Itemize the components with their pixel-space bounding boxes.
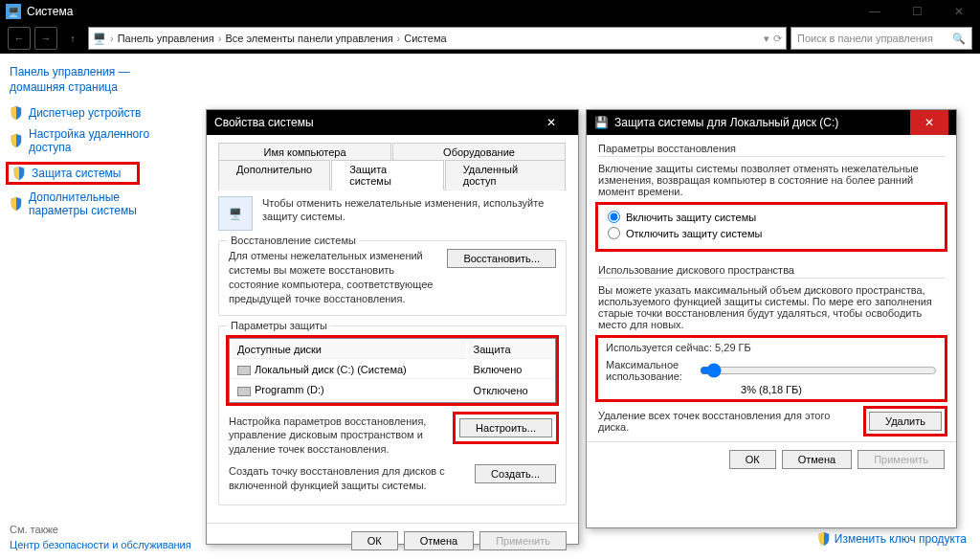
apply-button[interactable]: Применить xyxy=(858,450,945,469)
search-input[interactable]: Поиск в панели управления 🔍 xyxy=(791,27,972,50)
sidebar-item-remote-settings[interactable]: Настройка удаленного доступа xyxy=(10,127,182,154)
protection-settings-dialog: 💾 Защита системы для Локальный диск (C:)… xyxy=(586,109,957,528)
maximize-button[interactable]: ☐ xyxy=(896,0,938,23)
disk-name: Programm (D:) xyxy=(255,384,324,395)
restore-group-legend: Восстановление системы xyxy=(227,235,360,246)
see-also-link[interactable]: Центр безопасности и обслуживания xyxy=(10,539,191,550)
close-button[interactable]: ✕ xyxy=(532,110,570,135)
col-protection: Защита xyxy=(468,341,553,359)
cancel-button[interactable]: Отмена xyxy=(782,450,852,469)
slider-value-label: 3% (8,18 ГБ) xyxy=(606,384,937,395)
shield-icon xyxy=(10,197,23,211)
restore-button[interactable]: Восстановить... xyxy=(447,249,556,268)
protection-radio-group: Включить защиту системы Отключить защиту… xyxy=(598,205,945,249)
disk-icon xyxy=(237,366,251,375)
sidebar-home[interactable]: Панель управления — домашняя страница xyxy=(10,65,182,95)
configure-button[interactable]: Настроить... xyxy=(459,418,552,437)
minimize-button[interactable]: — xyxy=(854,0,896,23)
max-usage-slider[interactable] xyxy=(700,363,937,378)
disk-table: Доступные диски Защита Локальный диск (C… xyxy=(229,338,556,402)
breadcrumb-icon: 🖥️ xyxy=(93,33,106,45)
breadcrumb-item[interactable]: Система xyxy=(404,33,446,44)
sidebar-label: Диспетчер устройств xyxy=(29,106,141,120)
tab-advanced[interactable]: Дополнительно xyxy=(218,160,330,190)
address-bar: ← → ↑ 🖥️ › Панель управления › Все элеме… xyxy=(0,23,980,54)
refresh-icon[interactable]: ⟳ xyxy=(773,33,782,45)
ok-button[interactable]: ОК xyxy=(729,450,776,469)
close-button[interactable]: ✕ xyxy=(938,0,980,23)
disk-name: Локальный диск (C:) (Система) xyxy=(255,364,407,375)
window-titlebar: 🖥️ Система — ☐ ✕ xyxy=(0,0,980,23)
see-also: См. также Центр безопасности и обслужива… xyxy=(10,524,191,550)
protection-group-legend: Параметры защиты xyxy=(227,320,331,331)
radio-disable-protection[interactable]: Отключить защиту системы xyxy=(608,227,935,239)
sidebar: Панель управления — домашняя страница Ди… xyxy=(0,54,191,560)
disk-icon: 💾 xyxy=(594,116,609,129)
see-also-title: См. также xyxy=(10,524,58,535)
tabs: Имя компьютера Оборудование Дополнительн… xyxy=(218,143,567,190)
current-usage-label: Используется сейчас: xyxy=(606,342,712,353)
nav-up-button[interactable]: ↑ xyxy=(61,27,84,50)
system-icon: 🖥️ xyxy=(6,4,21,19)
dialog-footer: ОК Отмена Применить xyxy=(207,523,578,558)
shield-icon xyxy=(10,134,23,147)
nav-back-button[interactable]: ← xyxy=(8,27,31,50)
search-placeholder: Поиск в панели управления xyxy=(797,33,933,44)
sidebar-label: Дополнительные параметры системы xyxy=(29,190,182,217)
disk-status: Отключено xyxy=(468,381,553,399)
restore-desc: Включение защиты системы позволяет отмен… xyxy=(598,163,945,197)
cancel-button[interactable]: Отмена xyxy=(404,531,474,550)
sidebar-item-system-protection[interactable]: Защита системы xyxy=(12,167,133,180)
apply-button[interactable]: Применить xyxy=(479,531,567,550)
system-properties-dialog: Свойства системы ✕ Имя компьютера Оборуд… xyxy=(206,109,579,545)
dialog-footer: ОК Отмена Применить xyxy=(587,441,956,477)
restore-icon: 🖥️ xyxy=(218,196,253,231)
close-button[interactable]: ✕ xyxy=(910,110,948,135)
shield-icon xyxy=(12,167,26,180)
tab-hardware[interactable]: Оборудование xyxy=(392,143,566,161)
disk-usage-desc: Вы можете указать максимальный объем дис… xyxy=(598,284,945,330)
delete-text: Удаление всех точек восстановления для э… xyxy=(598,410,858,433)
dialog-title: Свойства системы xyxy=(214,116,314,129)
tab-system-protection[interactable]: Защита системы xyxy=(331,160,444,190)
sidebar-item-advanced-settings[interactable]: Дополнительные параметры системы xyxy=(10,190,182,217)
window-controls: — ☐ ✕ xyxy=(854,0,980,23)
config-text: Настройка параметров восстановления, упр… xyxy=(229,414,448,458)
tab-remote[interactable]: Удаленный доступ xyxy=(445,160,566,190)
breadcrumb-item[interactable]: Все элементы панели управления xyxy=(225,33,392,44)
shield-icon xyxy=(817,532,831,546)
search-icon: 🔍 xyxy=(952,33,966,45)
chevron-down-icon[interactable]: ▾ xyxy=(764,33,769,45)
table-row[interactable]: Programm (D:) Отключено xyxy=(232,381,553,399)
radio-enable-input[interactable] xyxy=(608,211,620,223)
info-text: Чтобы отменить нежелательные изменения, … xyxy=(262,196,567,231)
usage-box: Используется сейчас: 5,29 ГБ Максимально… xyxy=(598,338,945,399)
shield-icon xyxy=(10,106,23,120)
disk-status: Включено xyxy=(468,361,553,379)
max-usage-label: Максимальное использование: xyxy=(606,359,692,382)
radio-enable-protection[interactable]: Включить защиту системы xyxy=(608,211,935,223)
change-key-label: Изменить ключ продукта xyxy=(835,532,967,546)
breadcrumb[interactable]: 🖥️ › Панель управления › Все элементы па… xyxy=(88,27,787,50)
create-button[interactable]: Создать... xyxy=(475,464,556,483)
disk-usage-header: Использование дискового пространства xyxy=(598,264,945,279)
window-title: Система xyxy=(27,5,73,18)
radio-enable-label: Включить защиту системы xyxy=(626,212,756,223)
dialog-titlebar: 💾 Защита системы для Локальный диск (C:)… xyxy=(587,110,956,135)
radio-disable-input[interactable] xyxy=(608,227,620,239)
sidebar-item-device-manager[interactable]: Диспетчер устройств xyxy=(10,106,182,120)
nav-forward-button[interactable]: → xyxy=(34,27,57,50)
table-row[interactable]: Локальный диск (C:) (Система) Включено xyxy=(232,361,553,379)
col-disks: Доступные диски xyxy=(232,341,466,359)
dialog-titlebar: Свойства системы ✕ xyxy=(207,110,578,135)
ok-button[interactable]: ОК xyxy=(351,531,398,550)
restore-group: Восстановление системы Для отмены нежела… xyxy=(218,240,567,316)
tab-computer-name[interactable]: Имя компьютера xyxy=(218,143,391,161)
change-product-key-link[interactable]: Изменить ключ продукта xyxy=(817,532,967,546)
delete-button[interactable]: Удалить xyxy=(869,412,942,431)
create-text: Создать точку восстановления для дисков … xyxy=(229,464,467,493)
radio-disable-label: Отключить защиту системы xyxy=(626,228,762,239)
disk-icon xyxy=(237,387,251,396)
protection-group: Параметры защиты Доступные диски Защита … xyxy=(218,325,567,504)
breadcrumb-item[interactable]: Панель управления xyxy=(118,33,214,44)
